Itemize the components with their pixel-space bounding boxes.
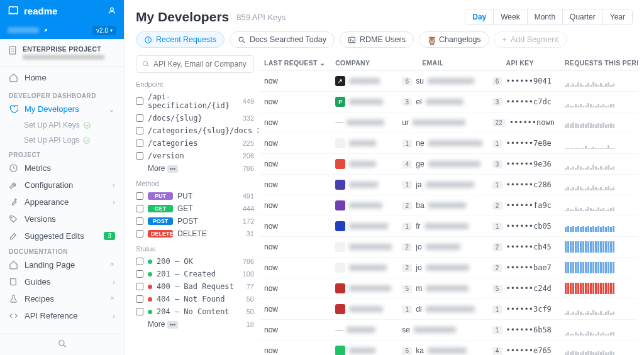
endpoint-filter[interactable]: /categories/{slug}/docs228	[136, 124, 254, 137]
checkbox[interactable]	[136, 114, 143, 122]
enterprise-row[interactable]: ENTERPRISE PROJECT	[0, 39, 124, 67]
external-link-icon	[108, 295, 115, 302]
owl-icon: 🦉	[427, 36, 435, 44]
checkbox[interactable]	[136, 205, 143, 212]
nav-landing[interactable]: Landing Page	[0, 256, 124, 273]
col-company[interactable]: COMPANY	[330, 55, 397, 71]
nav-configuration[interactable]: Configuration›	[0, 177, 124, 194]
time-year[interactable]: Year	[603, 9, 632, 25]
method-filter[interactable]: POSTPOST172	[136, 215, 254, 227]
status-filter[interactable]: 204 – No Content50	[136, 305, 254, 318]
checkbox[interactable]	[136, 139, 143, 147]
heart-icon	[9, 104, 18, 114]
sparkline	[565, 158, 638, 170]
endpoint-filter[interactable]: /api-specification/{id}449	[136, 90, 254, 112]
nav-suggested-edits[interactable]: Suggested Edits3	[0, 227, 124, 244]
table-row[interactable]: now↗6su6••••••9041	[259, 71, 638, 92]
checkbox[interactable]	[136, 258, 143, 265]
nav-setup-logs[interactable]: Set Up API Logs	[0, 133, 124, 148]
endpoint-more[interactable]: More •••786	[136, 162, 254, 175]
sparkline	[565, 221, 638, 232]
chevron-right-icon: ›	[113, 197, 115, 207]
nav-heading-proj: PROJECT	[0, 148, 124, 160]
time-day[interactable]: Day	[465, 9, 494, 25]
checkbox[interactable]	[136, 192, 143, 200]
svg-point-0	[111, 8, 114, 11]
nav-my-developers[interactable]: My Developers ⌄	[0, 101, 124, 117]
filter-search-input[interactable]	[153, 60, 248, 68]
table-row[interactable]: now—ur22••••••nown	[259, 112, 638, 133]
method-filter[interactable]: GETGET444	[136, 202, 254, 215]
user-icon[interactable]	[108, 6, 116, 15]
method-filter[interactable]: PUTPUT491	[136, 190, 254, 202]
table-row[interactable]: now1di1••••••3cf9	[259, 299, 638, 320]
method-filter[interactable]: DELETEDELETE31	[136, 227, 254, 240]
endpoint-filter[interactable]: /categories225	[136, 137, 254, 150]
col-last-request[interactable]: LAST REQUEST ⌄	[259, 55, 330, 71]
table-row[interactable]: now6ka4••••••e765	[259, 341, 638, 356]
checkbox[interactable]	[136, 97, 143, 105]
sparkline	[565, 138, 638, 149]
time-quarter[interactable]: Quarter	[563, 9, 603, 25]
sparkline	[565, 117, 638, 128]
sidebar-search[interactable]	[0, 334, 124, 355]
version-chip[interactable]: v2.0 ▾	[92, 26, 116, 35]
main: My Developers 859 API Keys DayWeekMonthQ…	[125, 0, 644, 355]
status-filter[interactable]: 201 – Created100	[136, 268, 254, 280]
table-row[interactable]: now1ne1••••••7e8e	[259, 133, 638, 154]
table-row[interactable]: now1fr1••••••cb05	[259, 216, 638, 237]
table-row[interactable]: now4ge3••••••9e36	[259, 154, 638, 175]
nav-api-reference[interactable]: API Reference›	[0, 307, 124, 324]
sparkline	[565, 241, 638, 253]
checkbox[interactable]	[136, 295, 143, 303]
nav-appearance[interactable]: Appearance›	[0, 194, 124, 210]
tag-icon	[9, 214, 18, 224]
edit-icon	[9, 231, 18, 241]
flask-icon	[9, 294, 18, 303]
checkbox[interactable]	[136, 127, 143, 134]
tab-recent-requests[interactable]: Recent Requests	[136, 31, 225, 48]
add-segment-button[interactable]: +Add Segment	[494, 31, 567, 48]
table-row[interactable]: now5m5••••••c24d	[259, 278, 638, 299]
nav-home[interactable]: Home	[0, 69, 124, 86]
time-month[interactable]: Month	[528, 9, 563, 25]
time-week[interactable]: Week	[494, 9, 527, 25]
checkbox[interactable]	[136, 217, 143, 225]
tab-rdme-users[interactable]: RDME Users	[340, 31, 414, 48]
status-filter[interactable]: 200 – OK786	[136, 255, 254, 268]
nav-guides[interactable]: Guides›	[0, 273, 124, 290]
project-bar[interactable]: v2.0 ▾	[0, 21, 124, 39]
nav-versions[interactable]: Versions	[0, 210, 124, 227]
svg-point-6	[58, 341, 64, 346]
table-row[interactable]: now2jo2••••••cb45	[259, 237, 638, 258]
wrench-icon	[9, 180, 18, 190]
checkbox[interactable]	[136, 270, 143, 278]
status-filter[interactable]: 404 – Not Found50	[136, 293, 254, 305]
sparkline	[565, 324, 638, 336]
status-filter[interactable]: 400 – Bad Request77	[136, 280, 254, 293]
brand-logo[interactable]: readme	[8, 4, 57, 17]
nav-recipes[interactable]: Recipes	[0, 290, 124, 307]
table-row[interactable]: now1ja1••••••c286	[259, 175, 638, 195]
checkbox[interactable]	[136, 308, 143, 315]
table-row[interactable]: now2jo2••••••bae7	[259, 258, 638, 278]
checkbox[interactable]	[136, 283, 143, 290]
checkbox[interactable]	[136, 152, 143, 160]
filter-search[interactable]	[136, 55, 254, 73]
checkbox[interactable]	[136, 230, 143, 238]
col-api-key[interactable]: API KEY	[487, 55, 560, 71]
table-row[interactable]: now2ba2••••••fa9c	[259, 195, 638, 216]
nav-setup-keys[interactable]: Set Up API Keys	[0, 117, 124, 133]
table-row[interactable]: nowP3el3••••••c7dc	[259, 92, 638, 112]
endpoint-filter[interactable]: /version206	[136, 150, 254, 162]
tab-docs-searched[interactable]: Docs Searched Today	[230, 31, 335, 48]
sparkline	[565, 96, 638, 107]
nav-metrics[interactable]: Metrics	[0, 160, 124, 177]
endpoint-filter[interactable]: /docs/{slug}332	[136, 112, 254, 124]
col-email[interactable]: EMAIL	[397, 55, 487, 71]
col-requests[interactable]: REQUESTS THIS PERIOD	[560, 55, 638, 71]
time-range-selector: DayWeekMonthQuarterYear	[465, 9, 633, 25]
tab-changelogs[interactable]: 🦉Changelogs	[419, 31, 489, 48]
table-row[interactable]: now—se1••••••6b58	[259, 320, 638, 341]
status-more[interactable]: More •••18	[136, 318, 254, 330]
